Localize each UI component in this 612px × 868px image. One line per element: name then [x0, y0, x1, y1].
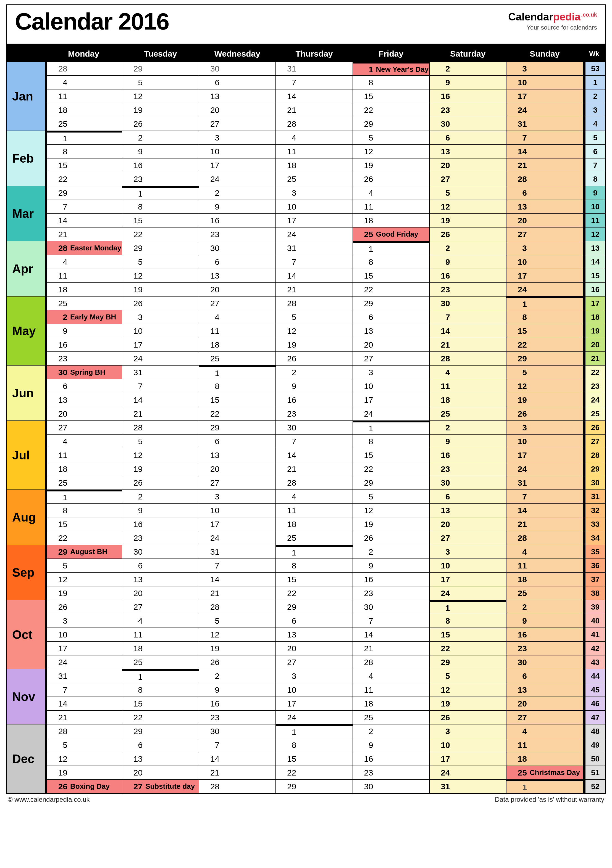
day-cell: 19	[45, 586, 122, 600]
day-cell: 26	[122, 296, 199, 310]
day-cell: 18	[199, 338, 276, 352]
month-label-may: May	[7, 296, 45, 366]
day-cell: 31	[276, 241, 353, 255]
day-cell: 13	[199, 90, 276, 103]
day-cell: 17	[430, 573, 506, 586]
day-cell: 13	[506, 200, 583, 214]
day-cell: 16	[45, 338, 122, 352]
day-cell: 28Easter Monday	[45, 241, 122, 255]
day-cell: 29	[430, 656, 506, 669]
day-cell: 16	[122, 158, 199, 172]
header-tuesday: Tuesday	[122, 46, 199, 62]
day-cell: 23	[430, 283, 506, 296]
day-cell: 15	[506, 324, 583, 338]
day-cell: 1	[45, 490, 122, 504]
week-number: 7	[583, 158, 605, 172]
day-cell: 15	[45, 158, 122, 172]
day-cell: 1	[430, 600, 506, 614]
week-number: 49	[583, 738, 605, 752]
day-cell: 12	[506, 379, 583, 393]
day-cell: 3	[199, 490, 276, 504]
day-cell: 30	[122, 545, 199, 559]
week-number: 30	[583, 476, 605, 490]
footer-left: © www.calendarpedia.co.uk	[8, 796, 90, 803]
day-cell: 19	[276, 338, 353, 352]
day-cell: 22	[353, 103, 430, 117]
day-cell: 30	[199, 724, 276, 738]
day-cell: 2	[430, 241, 506, 255]
month-label-sep: Sep	[7, 545, 45, 600]
brand-tagline: Your source for calendars	[508, 24, 597, 31]
month-label-aug: Aug	[7, 490, 45, 545]
day-cell: 20	[199, 462, 276, 476]
day-cell: 20	[199, 283, 276, 296]
day-cell: 23	[430, 462, 506, 476]
day-cell: 21	[276, 283, 353, 296]
day-cell: 24	[122, 352, 199, 366]
day-cell: 13	[122, 752, 199, 766]
day-cell: 21	[276, 103, 353, 117]
day-cell: 11	[199, 324, 276, 338]
month-label-jan: Jan	[7, 62, 45, 131]
day-cell: 25	[430, 407, 506, 421]
week-number: 27	[583, 434, 605, 448]
day-cell: 5	[353, 490, 430, 504]
day-cell: 13	[199, 269, 276, 283]
day-cell: 16	[430, 448, 506, 462]
day-cell: 3	[276, 186, 353, 200]
day-cell: 26Boxing Day	[45, 780, 122, 794]
week-number: 38	[583, 586, 605, 600]
day-cell: 6	[430, 131, 506, 145]
day-cell: 7	[276, 76, 353, 90]
day-cell: 6	[122, 738, 199, 752]
day-cell: 17	[506, 269, 583, 283]
day-cell: 19	[199, 642, 276, 656]
day-cell: 28	[506, 172, 583, 186]
day-cell: 12	[353, 145, 430, 158]
day-cell: 14	[506, 504, 583, 518]
day-cell: 19	[430, 697, 506, 711]
day-cell: 13	[430, 145, 506, 158]
day-cell: 16	[506, 628, 583, 642]
day-cell: 26	[506, 407, 583, 421]
day-cell: 4	[45, 434, 122, 448]
day-cell: 9	[45, 324, 122, 338]
week-number: 42	[583, 642, 605, 656]
day-cell: 6	[199, 434, 276, 448]
week-number: 22	[583, 366, 605, 379]
day-cell: 31	[506, 476, 583, 490]
day-cell: 4	[45, 255, 122, 269]
day-cell: 6	[506, 186, 583, 200]
day-cell: 22	[276, 766, 353, 780]
day-cell: 6	[45, 379, 122, 393]
day-cell: 22	[199, 407, 276, 421]
week-number: 28	[583, 448, 605, 462]
day-cell: 28	[506, 531, 583, 545]
day-cell: 22	[45, 531, 122, 545]
header-month-col	[7, 46, 45, 62]
day-cell: 2	[122, 490, 199, 504]
day-cell: 26	[430, 228, 506, 241]
day-cell: 28	[276, 117, 353, 131]
week-number: 39	[583, 600, 605, 614]
day-cell: 2	[430, 62, 506, 76]
day-cell: 7	[430, 310, 506, 324]
day-cell: 28	[122, 421, 199, 434]
day-cell: 11	[45, 90, 122, 103]
day-cell: 9	[353, 559, 430, 573]
week-number: 45	[583, 683, 605, 697]
day-cell: 27	[199, 476, 276, 490]
month-label-apr: Apr	[7, 241, 45, 296]
day-cell: 17	[199, 518, 276, 531]
day-cell: 23	[353, 586, 430, 600]
day-cell: 12	[430, 200, 506, 214]
day-cell: 14	[430, 324, 506, 338]
day-cell: 11	[430, 379, 506, 393]
day-cell: 14	[122, 393, 199, 407]
day-cell: 27	[276, 656, 353, 669]
footer: © www.calendarpedia.co.uk Data provided …	[6, 794, 606, 803]
week-number: 19	[583, 324, 605, 338]
day-cell: 24	[276, 228, 353, 241]
week-number: 13	[583, 241, 605, 255]
day-cell: 8	[45, 504, 122, 518]
